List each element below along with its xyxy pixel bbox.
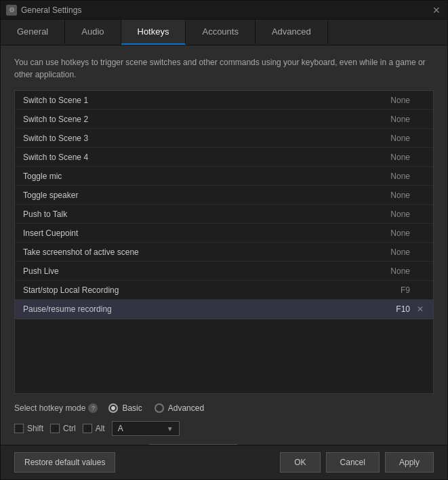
hotkey-mode-help-icon[interactable]: ? bbox=[88, 403, 98, 413]
ok-button[interactable]: OK bbox=[280, 452, 320, 473]
tab-accounts[interactable]: Accounts bbox=[186, 20, 255, 45]
radio-basic-inner bbox=[111, 406, 115, 410]
table-row[interactable]: Pause/resume recordingF10✕ bbox=[15, 300, 433, 319]
hotkey-value: None bbox=[390, 247, 410, 257]
radio-advanced[interactable]: Advanced bbox=[155, 403, 204, 413]
radio-basic-label: Basic bbox=[122, 403, 142, 413]
tab-bar: General Audio Hotkeys Accounts Advanced bbox=[1, 20, 447, 45]
description-text: You can use hotkeys to trigger scene swi… bbox=[14, 56, 434, 81]
ctrl-label: Ctrl bbox=[63, 424, 76, 433]
hotkey-value: None bbox=[390, 209, 410, 219]
tab-hotkeys[interactable]: Hotkeys bbox=[121, 20, 186, 45]
hotkey-label: Toggle speaker bbox=[23, 191, 390, 200]
hotkey-value: F9 bbox=[401, 285, 410, 295]
tab-audio[interactable]: Audio bbox=[65, 20, 121, 45]
ctrl-checkbox-box bbox=[50, 424, 60, 433]
radio-basic[interactable]: Basic bbox=[108, 403, 142, 413]
hotkey-value: None bbox=[390, 191, 410, 200]
hotkey-label: Switch to Scene 3 bbox=[23, 134, 390, 143]
main-window: ⚙ General Settings ✕ General Audio Hotke… bbox=[0, 0, 448, 480]
hotkey-label: Take screenshot of active scene bbox=[23, 247, 390, 257]
restore-defaults-button[interactable]: Restore default values bbox=[14, 452, 115, 473]
hotkey-remove-icon[interactable]: ✕ bbox=[415, 304, 425, 314]
table-row[interactable]: Switch to Scene 4None✕ bbox=[15, 148, 433, 167]
radio-advanced-outer bbox=[155, 403, 164, 413]
hotkey-label: Push Live bbox=[23, 266, 390, 276]
close-button[interactable]: ✕ bbox=[431, 5, 442, 16]
hotkey-label: Toggle mic bbox=[23, 172, 390, 181]
hotkey-value: F10 bbox=[396, 304, 410, 314]
tab-advanced[interactable]: Advanced bbox=[256, 20, 328, 45]
checkbox-alt[interactable]: Alt bbox=[83, 424, 105, 433]
apply-button[interactable]: Apply bbox=[385, 452, 434, 473]
content-area: You can use hotkeys to trigger scene swi… bbox=[1, 45, 447, 445]
table-row[interactable]: Push LiveNone✕ bbox=[15, 262, 433, 281]
cancel-button[interactable]: Cancel bbox=[326, 452, 380, 473]
shift-label: Shift bbox=[27, 424, 43, 433]
hotkey-value: None bbox=[390, 172, 410, 181]
key-dropdown[interactable]: A ▼ bbox=[112, 421, 180, 436]
alt-checkbox-box bbox=[83, 424, 92, 433]
alt-label: Alt bbox=[96, 424, 105, 433]
hotkey-label: Switch to Scene 4 bbox=[23, 153, 390, 162]
hotkey-label: Start/stop Local Recording bbox=[23, 285, 401, 295]
hotkey-value: None bbox=[390, 96, 410, 105]
hotkeys-empty-area bbox=[14, 319, 434, 394]
hotkey-label: Switch to Scene 2 bbox=[23, 115, 390, 124]
hotkey-label: Insert Cuepoint bbox=[23, 228, 390, 238]
hotkey-value: None bbox=[390, 228, 410, 238]
hotkey-value: None bbox=[390, 153, 410, 162]
tab-general[interactable]: General bbox=[1, 20, 65, 45]
table-row[interactable]: Switch to Scene 3None✕ bbox=[15, 129, 433, 148]
table-row[interactable]: Toggle micNone✕ bbox=[15, 167, 433, 186]
shift-checkbox-box bbox=[14, 424, 24, 433]
hotkey-value: None bbox=[390, 134, 410, 143]
hotkey-value: None bbox=[390, 115, 410, 124]
table-row[interactable]: Take screenshot of active sceneNone✕ bbox=[15, 243, 433, 262]
key-dropdown-value: A bbox=[118, 424, 164, 433]
hotkey-label: Switch to Scene 1 bbox=[23, 96, 390, 105]
hotkey-mode-radio-group: Basic Advanced bbox=[108, 403, 204, 413]
table-row[interactable]: Switch to Scene 2None✕ bbox=[15, 110, 433, 129]
hotkey-label: Push to Talk bbox=[23, 209, 390, 219]
checkbox-ctrl[interactable]: Ctrl bbox=[50, 424, 76, 433]
hotkeys-table: Switch to Scene 1None✕Switch to Scene 2N… bbox=[14, 90, 434, 319]
key-dropdown-arrow-icon: ▼ bbox=[167, 425, 174, 433]
table-row[interactable]: Switch to Scene 1None✕ bbox=[15, 91, 433, 110]
table-row[interactable]: Start/stop Local RecordingF9✕ bbox=[15, 281, 433, 300]
table-row[interactable]: Push to TalkNone✕ bbox=[15, 205, 433, 224]
app-icon: ⚙ bbox=[6, 5, 17, 16]
modifier-row: Shift Ctrl Alt A ▼ bbox=[14, 421, 434, 436]
hotkey-mode-row: Select hotkey mode ? Basic Advanced bbox=[14, 403, 434, 413]
hotkey-label: Pause/resume recording bbox=[23, 304, 396, 314]
radio-advanced-label: Advanced bbox=[168, 403, 204, 413]
hotkey-value: None bbox=[390, 266, 410, 276]
footer: Restore default values OK Cancel Apply bbox=[1, 445, 447, 479]
title-bar: ⚙ General Settings ✕ bbox=[1, 1, 447, 20]
table-row[interactable]: Toggle speakerNone✕ bbox=[15, 186, 433, 205]
radio-basic-outer bbox=[108, 403, 118, 413]
hotkey-mode-label: Select hotkey mode ? bbox=[14, 403, 98, 413]
checkbox-shift[interactable]: Shift bbox=[14, 424, 43, 433]
table-row[interactable]: Insert CuepointNone✕ bbox=[15, 224, 433, 243]
window-title: General Settings bbox=[21, 5, 431, 15]
